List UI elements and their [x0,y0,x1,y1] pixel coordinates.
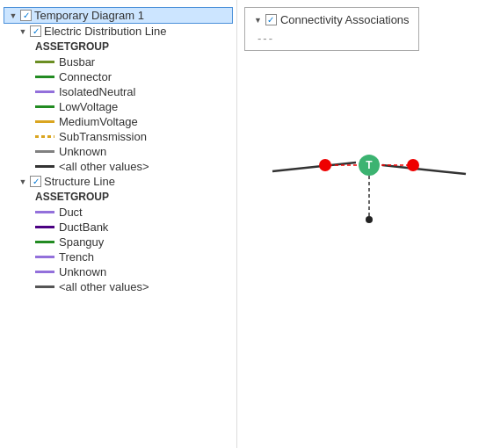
sl-item-allother[interactable]: <all other values> [4,279,233,294]
subtransmission-label: SubTransmission [59,130,147,143]
sl-item-ductbank[interactable]: DuctBank [4,220,233,235]
svg-text:T: T [366,159,373,171]
isolatedneutral-label: IsolatedNeutral [59,85,135,98]
connectivity-title-row: ▼ Connectivity Associations [254,13,410,26]
lowvoltage-swatch [35,105,54,108]
sl-section-header: ASSETGROUP [4,189,233,205]
busbar-label: Busbar [59,55,95,69]
sl-unknown-label: Unknown [59,265,106,278]
edl-unknown-swatch [35,150,54,153]
connectivity-dashes: --- [254,32,410,45]
bottom-dot [366,216,373,223]
sl-checkbox[interactable] [30,176,41,187]
spanguy-label: Spanguy [59,235,104,249]
connectivity-title-text: Connectivity Associations [280,13,410,26]
right-red-dot [407,159,419,171]
edl-unknown-label: Unknown [59,145,106,158]
edl-item-mediumvoltage[interactable]: MediumVoltage [4,114,233,129]
sl-item-duct[interactable]: Duct [4,205,233,220]
sl-expand-icon[interactable]: ▼ [18,177,28,187]
connectivity-box: ▼ Connectivity Associations --- [244,7,419,51]
sl-allother-label: <all other values> [59,280,149,293]
diagram-area: T [255,105,483,246]
lowvoltage-label: LowVoltage [59,100,118,113]
edl-section-header: ASSETGROUP [4,39,233,54]
sl-unknown-swatch [35,271,54,273]
edl-item-lowvoltage[interactable]: LowVoltage [4,99,233,114]
right-panel: ▼ Connectivity Associations --- [237,0,486,448]
edl-checkbox[interactable] [30,25,41,37]
diagram-svg: T [255,105,483,246]
trench-swatch [35,256,54,258]
sl-item-unknown[interactable]: Unknown [4,264,233,279]
sl-allother-swatch [35,285,54,288]
connectivity-expand-icon[interactable]: ▼ [254,16,262,25]
edl-allother-label: <all other values> [59,160,149,173]
tree-root[interactable]: ▼ Temporary Diagram 1 [4,7,233,24]
edl-label: Electric Distribution Line [44,25,166,38]
root-checkbox[interactable] [20,10,32,21]
root-label: Temporary Diagram 1 [34,9,144,22]
sl-item-trench[interactable]: Trench [4,249,233,264]
svg-line-0 [272,163,356,171]
connectivity-checkbox[interactable] [265,14,277,25]
edl-item-connector[interactable]: Connector [4,69,233,84]
group-edl[interactable]: ▼ Electric Distribution Line [4,24,233,39]
subtransmission-swatch [35,135,54,138]
edl-item-isolatedneutral[interactable]: IsolatedNeutral [4,84,233,99]
spanguy-swatch [35,241,54,243]
ductbank-swatch [35,226,54,228]
group-sl[interactable]: ▼ Structure Line [4,174,233,189]
edl-item-allother[interactable]: <all other values> [4,159,233,174]
left-red-dot [319,159,331,171]
duct-label: Duct [59,206,83,219]
trench-label: Trench [59,250,94,264]
edl-item-subtransmission[interactable]: SubTransmission [4,129,233,144]
isolatedneutral-swatch [35,90,54,93]
mediumvoltage-label: MediumVoltage [59,115,138,128]
sl-label: Structure Line [44,175,115,188]
root-expand-icon[interactable]: ▼ [8,11,18,21]
edl-allother-swatch [35,165,54,168]
edl-expand-icon[interactable]: ▼ [18,26,28,37]
edl-item-busbar[interactable]: Busbar [4,54,233,69]
sl-item-spanguy[interactable]: Spanguy [4,235,233,249]
edl-item-unknown[interactable]: Unknown [4,144,233,159]
left-panel: ▼ Temporary Diagram 1 ▼ Electric Distrib… [0,0,237,448]
connector-swatch [35,76,54,78]
connector-label: Connector [59,70,112,83]
svg-line-1 [382,165,466,174]
mediumvoltage-swatch [35,120,54,123]
duct-swatch [35,211,54,213]
ductbank-label: DuctBank [59,220,108,234]
busbar-swatch [35,61,54,63]
